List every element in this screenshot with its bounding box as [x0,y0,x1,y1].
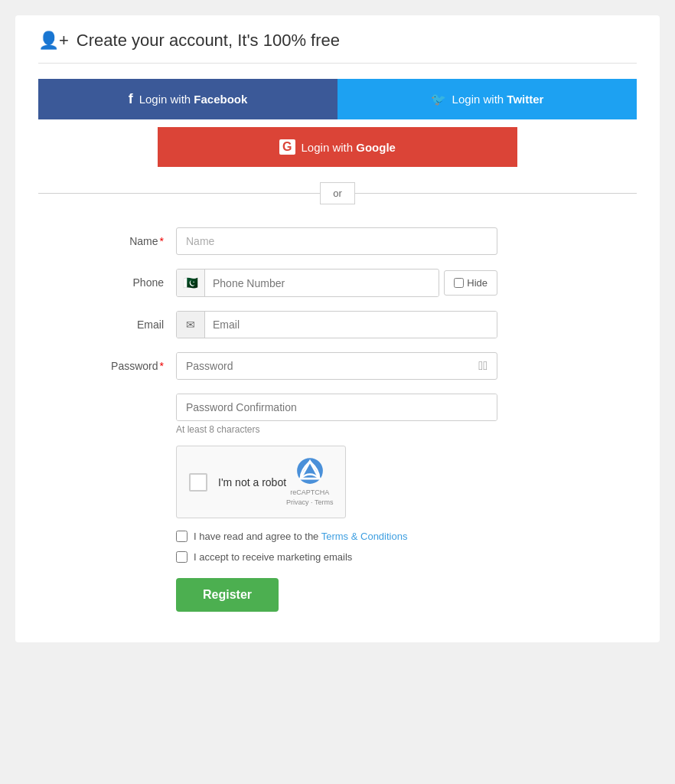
name-input[interactable] [176,227,497,255]
email-label: Email [38,311,176,331]
recaptcha-logo-icon [296,457,324,485]
phone-number-input[interactable] [205,270,439,296]
recaptcha-box: I'm not a robot reCAPTCHAPrivacy · Terms [176,446,346,518]
name-row: Name* [38,227,637,255]
phone-row: Phone 🇵🇰 Hide [38,269,637,297]
twitter-icon: 🐦 [431,92,446,106]
password-input[interactable] [177,353,469,379]
password-required: * [160,360,164,372]
email-icon: ✉ [177,312,205,338]
or-divider: or [38,182,637,204]
phone-input-wrap: 🇵🇰 Hide [176,269,497,297]
email-row: Email ✉ [38,311,637,338]
register-button[interactable]: Register [176,578,279,612]
page-container: 👤+ Create your account, It's 100% free f… [15,15,660,642]
terms-link[interactable]: Terms & Conditions [321,531,408,542]
password-row: Password* 👁⃠ [38,352,637,380]
recaptcha-checkbox[interactable] [189,473,207,492]
password-hint: At least 8 characters [38,424,637,435]
email-input[interactable] [205,312,497,338]
registration-form: Name* Phone 🇵🇰 Hide Email [38,227,637,612]
user-add-icon: 👤+ [38,31,69,51]
google-button-row: G Login with Google [38,127,637,167]
password-toggle-button[interactable]: 👁⃠ [469,353,497,379]
password-confirm-input[interactable] [177,394,497,420]
recaptcha-left: I'm not a robot [189,473,286,492]
terms-label: I have read and agree to the Terms & Con… [194,531,407,542]
twitter-label: Login with Twitter [452,93,544,106]
recaptcha-branding-text: reCAPTCHAPrivacy · Terms [286,488,333,507]
terms-checkbox-row: I have read and agree to the Terms & Con… [38,531,637,542]
facebook-label: Login with Facebook [139,93,248,106]
recaptcha-row: I'm not a robot reCAPTCHAPrivacy · Terms [38,446,637,518]
recaptcha-label: I'm not a robot [218,476,286,488]
divider-line-right [355,193,637,194]
password-confirm-row [38,394,637,421]
eye-slash-icon: 👁⃠ [478,359,488,372]
recaptcha-right: reCAPTCHAPrivacy · Terms [286,457,333,507]
terms-checkbox[interactable] [176,531,188,542]
marketing-checkbox[interactable] [176,551,188,563]
social-buttons-row: f Login with Facebook 🐦 Login with Twitt… [38,79,637,119]
page-title: Create your account, It's 100% free [77,31,340,51]
or-text: or [320,182,355,204]
facebook-icon: f [129,91,133,107]
name-input-wrap [176,227,497,255]
divider-line-left [38,193,320,194]
facebook-login-button[interactable]: f Login with Facebook [38,79,338,119]
google-label: Login with Google [302,141,396,154]
phone-flag-input: 🇵🇰 [176,269,439,297]
marketing-checkbox-row: I accept to receive marketing emails [38,551,637,563]
password-input-wrap: 👁⃠ [176,352,497,380]
name-label: Name* [38,227,176,247]
password-label: Password* [38,352,176,372]
twitter-login-button[interactable]: 🐦 Login with Twitter [338,79,637,119]
google-icon: G [279,139,295,155]
phone-flag-icon: 🇵🇰 [177,270,205,296]
name-required: * [160,235,164,247]
password-confirm-input-wrap [176,394,497,421]
hide-phone-button[interactable]: Hide [444,270,497,296]
email-input-wrap: ✉ [176,311,497,338]
marketing-label: I accept to receive marketing emails [194,551,352,563]
page-title-row: 👤+ Create your account, It's 100% free [38,31,637,64]
register-row: Register [38,578,637,612]
hide-phone-checkbox[interactable] [454,278,464,288]
phone-label: Phone [38,269,176,289]
google-login-button[interactable]: G Login with Google [158,127,517,167]
